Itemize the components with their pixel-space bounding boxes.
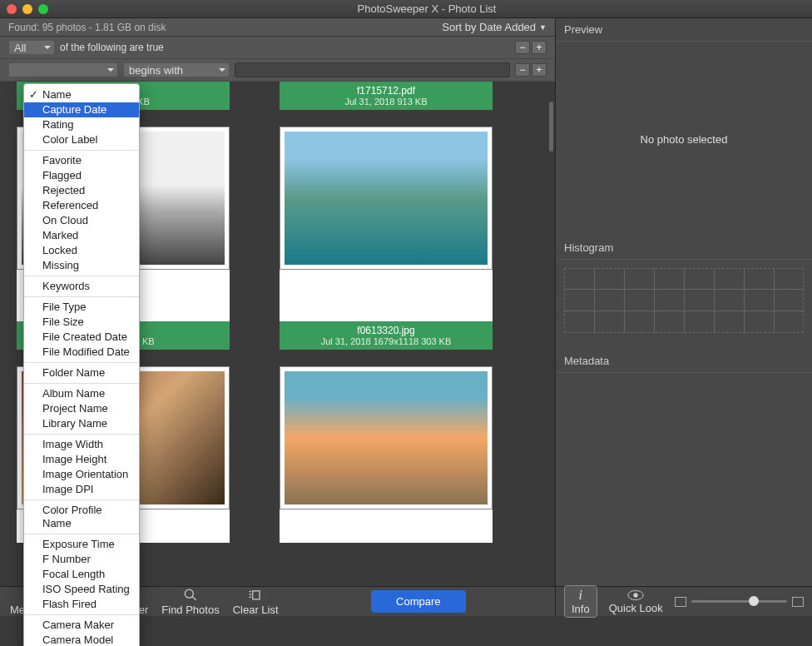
- dropdown-item[interactable]: Capture Date: [24, 102, 139, 117]
- filter-bar: All of the following are true − +: [0, 37, 555, 59]
- preview-title: Preview: [556, 18, 812, 42]
- photo-filename: f1715712.pdf: [280, 85, 493, 97]
- titlebar: PhotoSweeper X - Photo List: [0, 0, 812, 18]
- photo-card[interactable]: f0613320.jpgJul 31, 2018 1679x1118 303 K…: [280, 127, 493, 350]
- find-photos-button[interactable]: Find Photos: [161, 587, 219, 616]
- dropdown-item[interactable]: Exposure Time: [24, 537, 139, 552]
- photo-card[interactable]: [280, 366, 493, 543]
- dropdown-item[interactable]: Color Label: [24, 132, 139, 147]
- chevron-down-icon: ▼: [539, 23, 547, 32]
- dropdown-item[interactable]: Image Orientation: [24, 467, 139, 482]
- metadata-title: Metadata: [556, 350, 812, 373]
- dropdown-item[interactable]: Image Width: [24, 437, 139, 452]
- rule-field-select[interactable]: [8, 62, 118, 77]
- dropdown-item[interactable]: Flagged: [24, 168, 139, 183]
- svg-line-2: [192, 597, 196, 600]
- dropdown-item[interactable]: Rejected: [24, 183, 139, 198]
- photo-filename: f0613320.jpg: [280, 325, 493, 336]
- svg-rect-3: [253, 591, 260, 599]
- photo-meta: Jul 31, 2018 913 KB: [280, 97, 493, 107]
- clear-list-button[interactable]: Clear List: [233, 587, 279, 616]
- remove-subrule-button[interactable]: −: [515, 63, 530, 77]
- photo-thumbnail: [280, 366, 493, 509]
- found-count: Found: 95 photos - 1.81 GB on disk: [8, 22, 166, 33]
- no-photo-label: No photo selected: [641, 133, 728, 146]
- filter-quantifier-select[interactable]: All: [8, 40, 55, 55]
- sort-dropdown[interactable]: Sort by Date Added ▼: [442, 21, 547, 33]
- dropdown-item[interactable]: Folder Name: [24, 365, 139, 380]
- status-bar: Found: 95 photos - 1.81 GB on disk Sort …: [0, 18, 555, 37]
- dropdown-item[interactable]: Color Profile Name: [24, 503, 139, 531]
- dropdown-item[interactable]: File Size: [24, 315, 139, 330]
- svg-point-8: [633, 593, 638, 598]
- quicklook-button[interactable]: Quick Look: [609, 589, 663, 614]
- field-dropdown-menu: NameCapture DateRatingColor LabelFavorit…: [23, 83, 140, 646]
- window-title: PhotoSweeper X - Photo List: [48, 2, 805, 15]
- dropdown-item[interactable]: Name: [24, 87, 139, 102]
- dropdown-item[interactable]: Image Height: [24, 452, 139, 467]
- dropdown-item[interactable]: Keywords: [24, 279, 139, 294]
- traffic-lights: [7, 4, 48, 14]
- dropdown-item[interactable]: Image DPI: [24, 482, 139, 497]
- dropdown-item[interactable]: Favorite: [24, 153, 139, 168]
- dropdown-item[interactable]: Flash Fired: [24, 597, 139, 612]
- dropdown-item[interactable]: Locked: [24, 243, 139, 258]
- scrollbar[interactable]: [549, 102, 553, 152]
- remove-rule-button[interactable]: −: [515, 41, 530, 54]
- info-button[interactable]: iInfo: [564, 585, 597, 618]
- rule-operator-select[interactable]: begins with: [123, 62, 230, 77]
- dropdown-item[interactable]: Project Name: [24, 401, 139, 416]
- minimize-button[interactable]: [22, 4, 32, 14]
- rule-value-input[interactable]: [235, 62, 510, 77]
- histogram-area: [556, 260, 812, 350]
- dropdown-item[interactable]: Camera Model: [24, 633, 139, 646]
- zoom-in-icon: [792, 597, 804, 607]
- dropdown-item[interactable]: Marked: [24, 228, 139, 243]
- zoom-slider[interactable]: [675, 597, 804, 607]
- filter-rule-row: begins with − +: [0, 59, 555, 82]
- histogram-title: Histogram: [556, 236, 812, 260]
- close-button[interactable]: [7, 4, 17, 14]
- dropdown-item[interactable]: Referenced: [24, 198, 139, 213]
- photo-thumbnail: [280, 127, 493, 270]
- filter-condition-label: of the following are true: [60, 42, 164, 53]
- dropdown-item[interactable]: Focal Length: [24, 567, 139, 582]
- sort-label: Sort by Date Added: [442, 21, 536, 33]
- dropdown-item[interactable]: On Cloud: [24, 213, 139, 228]
- dropdown-item[interactable]: Library Name: [24, 416, 139, 431]
- dropdown-item[interactable]: File Created Date: [24, 330, 139, 345]
- compare-button[interactable]: Compare: [371, 590, 465, 613]
- dropdown-item[interactable]: Missing: [24, 258, 139, 273]
- add-subrule-button[interactable]: +: [532, 63, 547, 77]
- metadata-area: [556, 373, 812, 586]
- dropdown-item[interactable]: File Modified Date: [24, 345, 139, 360]
- dropdown-item[interactable]: Rating: [24, 117, 139, 132]
- add-rule-button[interactable]: +: [532, 41, 547, 54]
- fullscreen-button[interactable]: [38, 4, 48, 14]
- dropdown-item[interactable]: Camera Maker: [24, 618, 139, 633]
- right-toolbar: iInfo Quick Look: [556, 586, 812, 616]
- zoom-out-icon: [675, 597, 686, 607]
- dropdown-item[interactable]: F Number: [24, 552, 139, 567]
- dropdown-item[interactable]: File Type: [24, 300, 139, 315]
- dropdown-item[interactable]: Album Name: [24, 386, 139, 401]
- preview-area: No photo selected: [556, 42, 812, 236]
- photo-card[interactable]: f1715712.pdfJul 31, 2018 913 KB: [280, 82, 493, 110]
- dropdown-item[interactable]: ISO Speed Rating: [24, 582, 139, 597]
- photo-meta: Jul 31, 2018 1679x1118 303 KB: [280, 336, 493, 346]
